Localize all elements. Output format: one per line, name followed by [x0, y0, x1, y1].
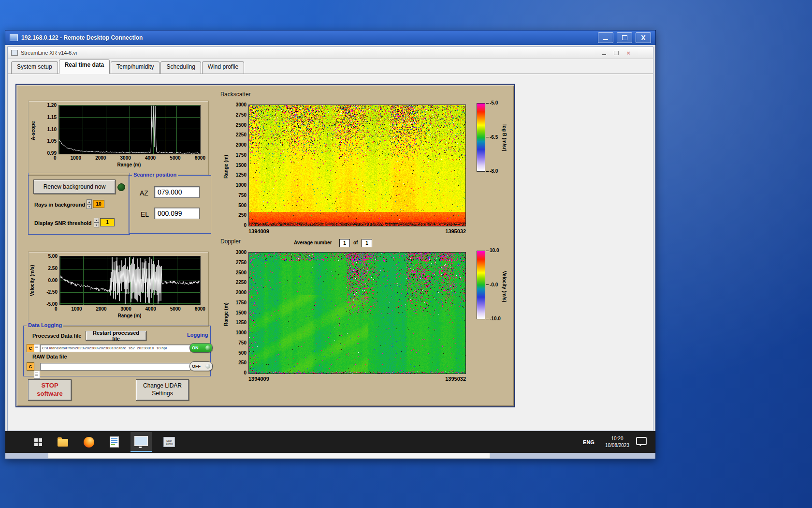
velocity-xlabel: Range (m): [59, 313, 200, 318]
scan-scheduler-icon: Scan Sched: [163, 437, 175, 447]
stop-line2: software: [37, 390, 62, 397]
velocity-ytick-labels-item: 2.50: [48, 266, 58, 271]
spinner-down-icon[interactable]: ▼: [94, 223, 99, 227]
backscatter-ytick-labels-item: 2250: [236, 132, 246, 137]
rdp-window-title: 192.168.0.122 - Remote Desktop Connectio…: [21, 34, 143, 41]
rdp-minimize-button[interactable]: [598, 32, 613, 43]
tab-temp-humidity[interactable]: Temp/humidity: [111, 61, 160, 74]
average-number-field[interactable]: 1: [339, 239, 350, 247]
chat-icon[interactable]: [636, 437, 647, 445]
backscatter-heatmap-canvas: [248, 105, 466, 226]
el-field[interactable]: 000.099: [154, 208, 200, 219]
processed-drive-selector[interactable]: C: [27, 344, 34, 352]
app-minimize-icon[interactable]: [602, 54, 606, 55]
rdp-maximize-button[interactable]: [617, 32, 632, 43]
notepad-button[interactable]: [106, 432, 123, 452]
velocity-ylabel: Velocity (m/s): [29, 254, 35, 307]
doppler-colorbar-ticks-item: -0.0: [486, 282, 501, 287]
on-label: ON: [192, 345, 199, 350]
doppler-colorbar-ticks: 10.0-0.0-10.0: [486, 248, 501, 321]
background-controls-box: Renew background now Rays in background …: [28, 173, 130, 235]
spinner-down-icon[interactable]: ▼: [87, 204, 92, 209]
tab-real-time-data[interactable]: Real time data: [59, 60, 110, 74]
firefox-button[interactable]: [80, 432, 98, 452]
app-maximize-icon[interactable]: [614, 51, 619, 55]
toggle-knob: [205, 345, 210, 350]
start-button[interactable]: [30, 432, 46, 452]
raw-drive-selector[interactable]: C: [27, 362, 34, 371]
velocity-xtick-labels-item: 0: [55, 306, 58, 312]
backscatter-ylabel: Range (m): [223, 131, 229, 203]
backscatter-colorbar-ticks: -5.0-6.5-8.0: [486, 100, 498, 174]
velocity-xtick-labels-item: 2000: [96, 306, 106, 312]
doppler-ytick-labels-item: 3000: [236, 250, 246, 255]
ascope-xtick-labels-item: 1000: [71, 155, 81, 161]
rays-spinner[interactable]: ▲▼: [87, 199, 92, 208]
backscatter-colorbar: [477, 103, 485, 172]
change-lidar-settings-button[interactable]: Change LiDAR Settings: [136, 379, 189, 401]
backscatter-ytick-labels-item: 2750: [236, 112, 246, 118]
az-label: AZ: [140, 189, 148, 197]
ascope-ylabel: A-scope: [30, 108, 36, 153]
logging-label: Logging: [187, 332, 208, 338]
change-line2: Settings: [152, 390, 173, 397]
raw-logging-toggle[interactable]: OFF: [189, 361, 213, 371]
ascope-plot-canvas: [58, 105, 201, 154]
taskbar-clock[interactable]: 10:20 10/08/2023: [605, 435, 629, 449]
spinner-up-icon[interactable]: ▲: [87, 199, 92, 204]
backscatter-ytick-labels-item: 3000: [236, 102, 246, 107]
app-window-title: StreamLine XR v14-6.vi: [21, 50, 77, 56]
doppler-ytick-labels-item: 0: [244, 370, 246, 375]
doppler-heatmap-canvas: [248, 252, 466, 374]
stop-software-button[interactable]: STOP software: [28, 379, 72, 401]
processed-logging-toggle[interactable]: ON: [189, 343, 213, 353]
ascope-ytick-labels: 1.201.151.101.050.99: [36, 103, 57, 156]
spinner-up-icon[interactable]: ▲: [94, 218, 99, 223]
file-explorer-button[interactable]: [54, 432, 72, 452]
rdp-client-area: StreamLine XR v14-6.vi × System setupRea…: [5, 45, 655, 459]
backscatter-ytick-labels-item: 750: [238, 193, 246, 198]
velocity-graph: Velocity (m/s) 5.002.500.00-2.50-5.00 01…: [28, 252, 209, 326]
app-titlebar[interactable]: StreamLine XR v14-6.vi ×: [8, 47, 653, 59]
toggle-knob: [205, 364, 210, 369]
backscatter-colorbar-label: log B (m/sr): [502, 106, 507, 169]
streamline-taskbar-button[interactable]: [130, 432, 152, 452]
rdp-titlebar[interactable]: 192.168.0.122 - Remote Desktop Connectio…: [5, 30, 655, 45]
rays-value-field[interactable]: 10: [93, 200, 104, 208]
app-close-icon[interactable]: ×: [626, 50, 630, 56]
restart-processed-file-button[interactable]: Restart processed file: [86, 331, 146, 341]
raw-path-field[interactable]: [40, 363, 190, 371]
renew-background-button[interactable]: Renew background now: [33, 179, 116, 194]
backscatter-colorbar-ticks-item: -6.5: [486, 134, 498, 140]
tab-scheduling[interactable]: Scheduling: [160, 61, 201, 74]
velocity-xtick-labels-item: 4000: [145, 306, 156, 312]
backscatter-ytick-labels-item: 1750: [236, 152, 246, 158]
processed-path-field[interactable]: C:\Lidar\Data\Proc\2023\202308\20230810\…: [40, 344, 190, 352]
doppler-ytick-labels-item: 2000: [236, 290, 246, 295]
display-icon: [134, 436, 148, 446]
ascope-xtick-labels-item: 4000: [145, 155, 156, 161]
az-field[interactable]: 079.000: [154, 186, 200, 198]
processed-browse-icon[interactable]: [34, 344, 40, 352]
language-indicator[interactable]: ENG: [579, 436, 598, 448]
tab-system-setup[interactable]: System setup: [11, 61, 58, 74]
backscatter-ytick-labels-item: 2500: [236, 122, 246, 128]
snr-value-field[interactable]: 1: [100, 218, 115, 226]
snr-spinner[interactable]: ▲▼: [94, 218, 99, 226]
tab-wind-profile[interactable]: Wind profile: [202, 61, 244, 74]
data-logging-title: Data Logging: [27, 322, 63, 328]
raw-browse-icon[interactable]: [34, 371, 40, 379]
ascope-xtick-labels-item: 2000: [95, 155, 106, 161]
folder-icon: [58, 439, 68, 447]
backscatter-ytick-labels-item: 0: [244, 223, 246, 228]
doppler-x-start-label: 1394009: [248, 376, 269, 382]
backscatter-ytick-labels-item: 1500: [236, 163, 246, 168]
desktop-background: 192.168.0.122 - Remote Desktop Connectio…: [0, 0, 812, 508]
doppler-ytick-labels-item: 750: [238, 340, 246, 345]
rdp-close-button[interactable]: X: [636, 32, 651, 43]
ascope-xtick-labels-item: 3000: [120, 155, 131, 161]
average-total-field[interactable]: 1: [362, 239, 372, 247]
backscatter-ytick-labels-item: 1000: [236, 182, 246, 188]
scan-scheduler-button[interactable]: Scan Sched: [160, 432, 179, 452]
ascope-ytick-labels-item: 1.05: [47, 138, 57, 144]
